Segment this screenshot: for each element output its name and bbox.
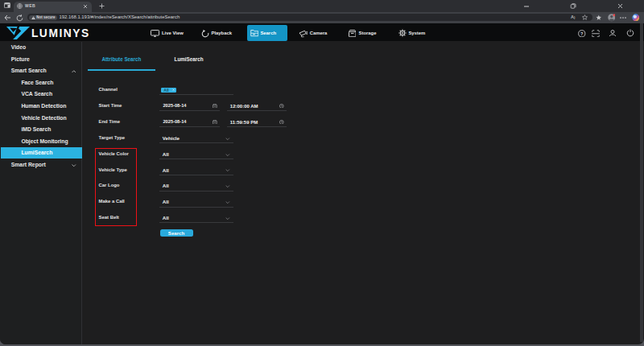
svg-text:?: ? — [580, 31, 584, 35]
